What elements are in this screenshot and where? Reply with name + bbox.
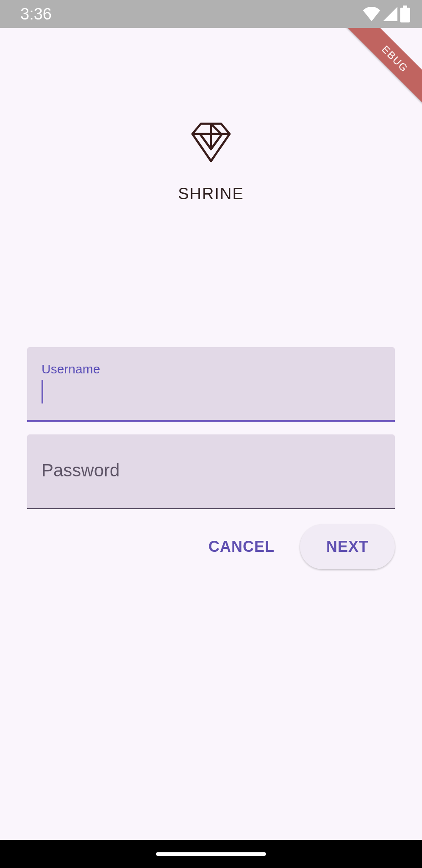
button-row: CANCEL NEXT <box>27 524 395 569</box>
password-label: Password <box>42 460 380 481</box>
svg-rect-0 <box>403 6 407 8</box>
app-title: SHRINE <box>178 185 244 203</box>
cancel-button[interactable]: CANCEL <box>197 529 286 564</box>
status-time: 3:36 <box>20 5 52 23</box>
svg-rect-1 <box>400 8 410 22</box>
wifi-icon <box>363 7 380 21</box>
app-screen: EBUG SHRINE Username <box>0 28 422 840</box>
password-field[interactable]: Password <box>27 434 395 509</box>
username-field[interactable]: Username <box>27 347 395 422</box>
navigation-bar <box>0 840 422 868</box>
diamond-icon <box>191 122 231 164</box>
navigation-handle[interactable] <box>156 852 266 856</box>
username-input-area[interactable] <box>42 380 380 403</box>
logo-section: SHRINE <box>27 122 395 203</box>
status-icons <box>363 6 410 22</box>
login-content: SHRINE Username Password CANCEL NEXT <box>0 28 422 569</box>
next-button[interactable]: NEXT <box>300 524 395 569</box>
text-cursor <box>42 380 43 403</box>
status-bar: 3:36 <box>0 0 422 28</box>
battery-icon <box>400 6 410 22</box>
username-label: Username <box>42 362 380 376</box>
cellular-signal-icon <box>383 7 397 21</box>
